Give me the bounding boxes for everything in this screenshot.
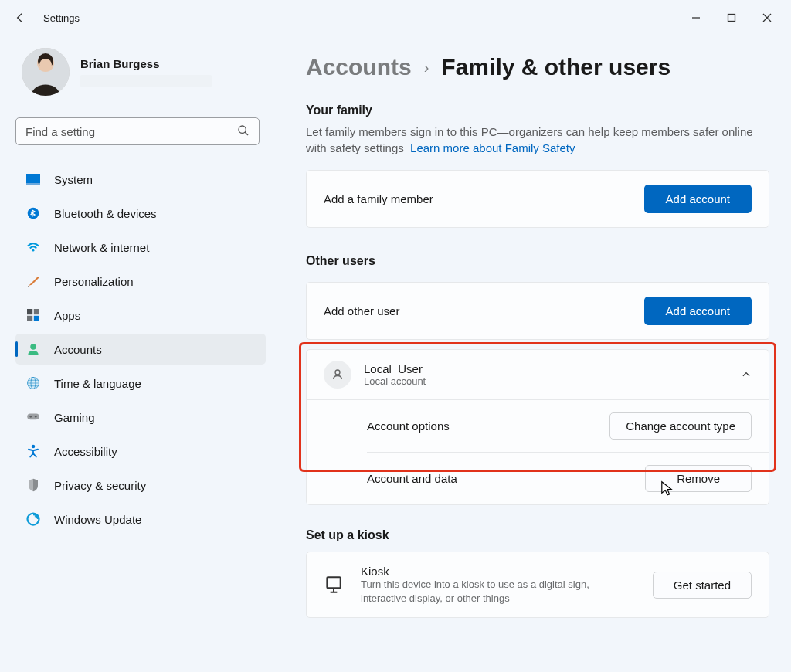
sidebar-item-label: Accessibility	[54, 445, 117, 458]
kiosk-row-title: Kiosk	[361, 565, 636, 578]
svg-point-9	[32, 249, 35, 252]
svg-rect-11	[34, 309, 39, 314]
sidebar-item-label: Windows Update	[54, 513, 141, 526]
sidebar-item-gaming[interactable]: Gaming	[15, 402, 266, 433]
breadcrumb-parent[interactable]: Accounts	[306, 54, 412, 80]
add-family-card: Add a family member Add account	[306, 170, 769, 228]
sidebar-item-system[interactable]: System	[15, 164, 266, 195]
svg-rect-12	[27, 316, 32, 321]
user-name: Brian Burgess	[80, 57, 212, 70]
chevron-right-icon: ›	[424, 59, 429, 76]
accessibility-icon	[26, 444, 40, 458]
sidebar-item-label: Privacy & security	[54, 479, 146, 492]
svg-point-18	[30, 416, 32, 418]
minimize-button[interactable]	[678, 4, 714, 32]
svg-point-4	[39, 59, 52, 71]
app-title: Settings	[43, 12, 80, 24]
kiosk-section-title: Set up a kiosk	[306, 528, 769, 542]
other-user-account-card: Local_User Local account Account options…	[306, 349, 769, 505]
page-title: Family & other users	[441, 54, 670, 80]
user-block[interactable]: Brian Burgess	[22, 48, 266, 96]
globe-icon	[26, 376, 40, 390]
family-section-title: Your family	[306, 104, 769, 117]
other-users-title: Other users	[306, 254, 769, 268]
svg-rect-23	[327, 577, 340, 588]
sidebar-item-privacy[interactable]: Privacy & security	[15, 470, 266, 501]
sidebar-item-label: Gaming	[54, 411, 95, 424]
add-other-user-label: Add other user	[324, 304, 644, 317]
sidebar-item-network[interactable]: Network & internet	[15, 232, 266, 263]
svg-rect-17	[27, 414, 39, 420]
brush-icon	[26, 274, 40, 288]
account-header[interactable]: Local_User Local account	[307, 350, 769, 399]
sidebar-item-windows-update[interactable]: Windows Update	[15, 504, 266, 535]
account-type: Local account	[364, 375, 728, 387]
sidebar-item-accounts[interactable]: Accounts	[15, 334, 266, 365]
breadcrumb: Accounts › Family & other users	[306, 54, 769, 80]
family-learn-more-link[interactable]: Learn more about Family Safety	[410, 141, 575, 154]
svg-point-19	[35, 416, 37, 418]
svg-rect-10	[27, 309, 32, 314]
person-icon	[324, 361, 351, 389]
sidebar-item-personalization[interactable]: Personalization	[15, 266, 266, 297]
add-other-user-card: Add other user Add account	[306, 282, 769, 340]
sidebar-item-apps[interactable]: Apps	[15, 300, 266, 331]
apps-icon	[26, 308, 40, 322]
kiosk-card: Kiosk Turn this device into a kiosk to u…	[306, 552, 769, 618]
accounts-icon	[26, 342, 40, 356]
svg-rect-13	[34, 316, 39, 321]
svg-point-5	[239, 126, 246, 133]
svg-rect-0	[728, 15, 735, 22]
account-options-label: Account options	[367, 419, 609, 433]
search-input[interactable]: Find a setting	[15, 117, 260, 145]
content: Accounts › Family & other users Your fam…	[278, 36, 791, 672]
chevron-up-icon	[741, 369, 752, 380]
sidebar-item-label: Bluetooth & devices	[54, 207, 157, 220]
close-button[interactable]	[749, 4, 785, 32]
kiosk-icon	[324, 575, 344, 595]
nav: System Bluetooth & devices Network & int…	[15, 164, 266, 535]
account-name: Local_User	[364, 362, 728, 375]
avatar	[22, 48, 70, 96]
back-button[interactable]	[6, 4, 34, 32]
sidebar-item-label: Accounts	[54, 343, 102, 356]
add-other-user-button[interactable]: Add account	[644, 297, 752, 325]
add-family-button[interactable]: Add account	[644, 185, 752, 213]
maximize-button[interactable]	[714, 4, 749, 32]
svg-rect-6	[26, 174, 40, 183]
change-account-type-button[interactable]: Change account type	[609, 412, 752, 440]
add-family-label: Add a family member	[324, 192, 644, 205]
account-data-label: Account and data	[367, 472, 645, 485]
sidebar-item-accessibility[interactable]: Accessibility	[15, 436, 266, 467]
sidebar-item-label: Personalization	[54, 275, 134, 288]
update-icon	[26, 512, 40, 526]
user-email-redacted	[80, 75, 212, 87]
remove-account-button[interactable]: Remove	[645, 465, 752, 492]
sidebar-item-time-language[interactable]: Time & language	[15, 368, 266, 399]
sidebar-item-label: Apps	[54, 309, 80, 322]
svg-point-22	[335, 370, 340, 375]
search-icon	[237, 124, 250, 139]
search-placeholder: Find a setting	[25, 125, 237, 138]
sidebar-item-label: System	[54, 173, 93, 186]
system-icon	[26, 172, 40, 186]
svg-rect-7	[26, 183, 40, 185]
controller-icon	[26, 410, 40, 424]
family-section-desc: Let family members sign in to this PC—or…	[306, 124, 769, 156]
sidebar-item-label: Time & language	[54, 377, 141, 390]
svg-point-20	[32, 445, 36, 449]
shield-icon	[26, 478, 40, 492]
sidebar: Brian Burgess Find a setting System Blue…	[0, 36, 278, 672]
svg-point-14	[30, 344, 36, 350]
kiosk-row-sub: Turn this device into a kiosk to use as …	[361, 578, 636, 605]
sidebar-item-label: Network & internet	[54, 241, 149, 254]
svg-point-8	[28, 208, 39, 219]
sidebar-item-bluetooth[interactable]: Bluetooth & devices	[15, 198, 266, 229]
kiosk-get-started-button[interactable]: Get started	[653, 572, 752, 599]
bluetooth-icon	[26, 206, 40, 220]
wifi-icon	[26, 240, 40, 254]
